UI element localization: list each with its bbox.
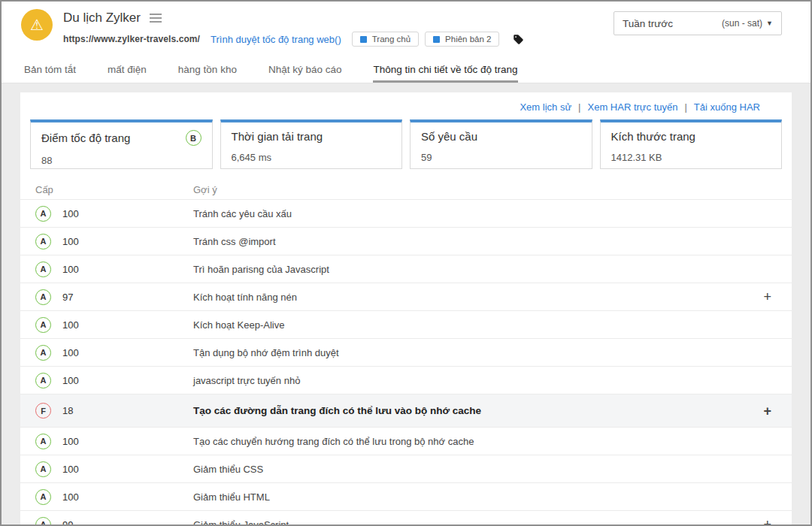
badge-chip-0[interactable]: Trang chủ [352,32,419,47]
metric-card-value: 88 [41,155,201,166]
grade-badge: A [35,206,51,222]
score-value: 100 [61,464,193,475]
action-links-row: Xem lịch sử|Xem HAR trực tuyến|Tải xuống… [20,92,792,119]
warning-icon: ⚠ [30,17,44,32]
tab-4[interactable]: Thông tin chi tiết về tốc độ trang [373,64,517,83]
table-row: A100Giảm thiểu CSS [20,455,792,482]
metric-card-2: Số yêu cầu59 [410,119,592,169]
tag-icon[interactable] [513,34,524,45]
score-value: 100 [61,208,193,219]
grade-badge: A [35,434,51,449]
grade-badge: F [35,403,51,419]
metric-card-1: Thời gian tải trang6,645 ms [220,119,403,169]
score-value: 99 [61,519,193,526]
metric-card-label: Thời gian tải trang [232,130,323,143]
table-row: A100Giảm thiểu HTML [20,482,792,510]
tab-0[interactable]: Bản tóm tắt [24,64,76,83]
score-value: 100 [61,436,193,447]
badge-chip-group: Trang chủPhiên bản 2 [352,32,500,47]
monitor-header: ⚠ Du lịch Zylker https://www.zylker-trav… [2,2,810,54]
metric-card-top: Thời gian tải trang [232,130,392,143]
score-value: 18 [61,405,193,416]
badge-chip-label: Trang chủ [372,35,411,44]
period-selector[interactable]: Tuần trước (sun - sat) ▼ [614,11,782,35]
column-header-grade: Cấp [35,184,61,195]
score-value: 100 [61,375,193,386]
metric-card-label: Kích thước trang [611,130,695,143]
page-speed-panel: Xem lịch sử|Xem HAR trực tuyến|Tải xuống… [20,92,792,526]
tab-bar: Bản tóm tắtmất điệnhàng tồn khoNhật ký b… [2,54,810,83]
metric-card-value: 6,645 ms [232,152,392,163]
table-row: A100Tránh các yêu cầu xấu [20,199,792,227]
table-row: A100Tránh css @import [20,227,792,255]
monitor-title: Du lịch Zylker [63,11,141,26]
expand-button[interactable]: + [743,404,780,418]
metric-card-label: Điểm tốc độ trang [41,132,130,144]
table-row: A100Kích hoạt Keep-Alive [20,310,792,338]
grade-badge: B [186,130,201,146]
grade-badge: A [35,289,51,305]
metric-card-top: Số yêu cầu [421,130,581,143]
tab-2[interactable]: hàng tồn kho [178,64,237,83]
table-row: A100Tạo các chuyển hướng trang đích có t… [20,427,792,455]
action-link-2[interactable]: Tải xuống HAR [694,101,760,113]
browser-type-link[interactable]: Trình duyệt tốc độ trang web() [211,34,341,45]
suggestion-text: Tận dụng bộ nhớ đệm trình duyệt [193,347,743,358]
action-link-1[interactable]: Xem HAR trực tuyến [587,101,677,113]
metric-card-top: Kích thước trang [611,130,771,143]
expand-button[interactable]: + [743,290,780,304]
grade-badge: A [35,489,51,505]
score-value: 100 [61,491,193,503]
score-value: 100 [61,264,193,275]
suggestion-text: Tạo các chuyển hướng trang đích có thể l… [193,436,743,447]
period-range: (sun - sat) [722,18,762,29]
grade-badge: A [35,517,51,526]
grade-badge: A [35,317,51,333]
hamburger-menu-icon[interactable] [150,14,162,23]
title-block: Du lịch Zylker https://www.zylker-travel… [63,9,524,47]
score-value: 100 [61,319,193,331]
metric-cards-row: Điểm tốc độ trangB88Thời gian tải trang6… [20,119,792,169]
score-value: 100 [61,236,193,247]
app-window: ⚠ Du lịch Zylker https://www.zylker-trav… [0,0,812,526]
metric-card-3: Kích thước trang1412.31 KB [600,119,783,169]
grade-badge: A [35,373,51,388]
suggestion-text: Tạo các đường dẫn trang đích có thể lưu … [193,405,743,416]
tab-1[interactable]: mất điện [108,64,147,83]
tab-3[interactable]: Nhật ký báo cáo [268,64,342,83]
grade-badge: A [35,261,51,277]
table-row: A97Kích hoạt tính năng nén+ [20,283,792,310]
period-label: Tuần trước [623,18,673,29]
expand-button[interactable]: + [743,518,780,526]
metric-card-value: 1412.31 KB [611,152,771,163]
table-row: A100Tận dụng bộ nhớ đệm trình duyệt [20,338,792,366]
table-header: Cấp Gợi ý [20,180,792,199]
badge-square-icon [360,36,367,43]
suggestion-text: Giảm thiểu HTML [193,491,743,503]
link-separator: | [578,101,580,113]
suggestions-table: Cấp Gợi ý A100Tránh các yêu cầu xấuA100T… [20,180,792,526]
table-row: F18Tạo các đường dẫn trang đích có thể l… [20,394,792,427]
table-row: A100Trì hoãn parisng của Javascript [20,255,792,283]
monitor-status-icon: ⚠ [21,9,53,41]
monitor-url: https://www.zylker-travels.com/ [63,34,200,44]
metric-card-0: Điểm tốc độ trangB88 [30,119,213,169]
score-value: 97 [61,292,193,303]
top-bar: ⚠ Du lịch Zylker https://www.zylker-trav… [2,2,810,83]
badge-chip-label: Phiên bản 2 [445,35,491,44]
suggestion-text: Giảm thiểu JavaScript [193,519,743,526]
suggestion-text: Giảm thiểu CSS [193,464,743,475]
grade-badge: A [35,234,51,249]
score-value: 100 [61,347,193,358]
badge-square-icon [433,36,440,43]
link-separator: | [684,101,686,113]
table-row: A100javascript trực tuyến nhỏ [20,366,792,394]
metric-card-value: 59 [421,152,581,163]
badge-chip-1[interactable]: Phiên bản 2 [425,32,499,47]
grade-badge: A [35,461,51,477]
table-body: A100Tránh các yêu cầu xấuA100Tránh css @… [20,199,792,526]
suggestion-text: javascript trực tuyến nhỏ [193,375,743,386]
suggestion-text: Tránh css @import [193,236,743,247]
grade-badge: A [35,345,51,361]
action-link-0[interactable]: Xem lịch sử [520,101,571,113]
